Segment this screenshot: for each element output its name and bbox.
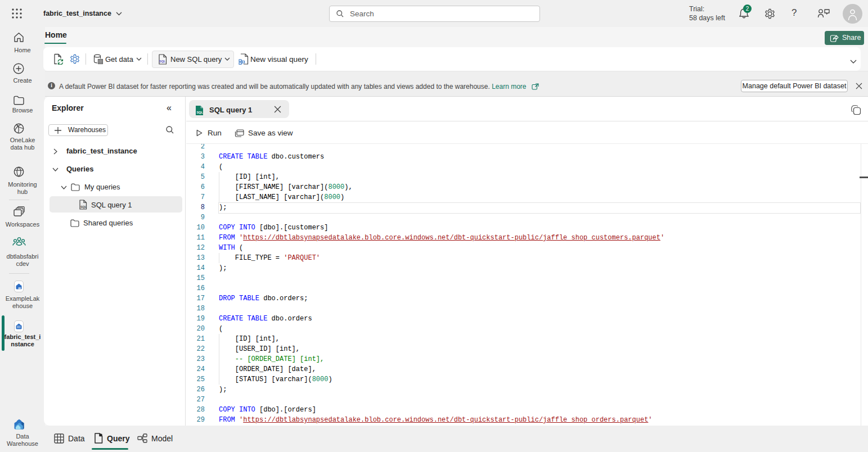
svg-text:SQL: SQL xyxy=(80,205,87,209)
svg-text:SQL: SQL xyxy=(159,60,166,63)
svg-text:SQL: SQL xyxy=(196,111,203,114)
